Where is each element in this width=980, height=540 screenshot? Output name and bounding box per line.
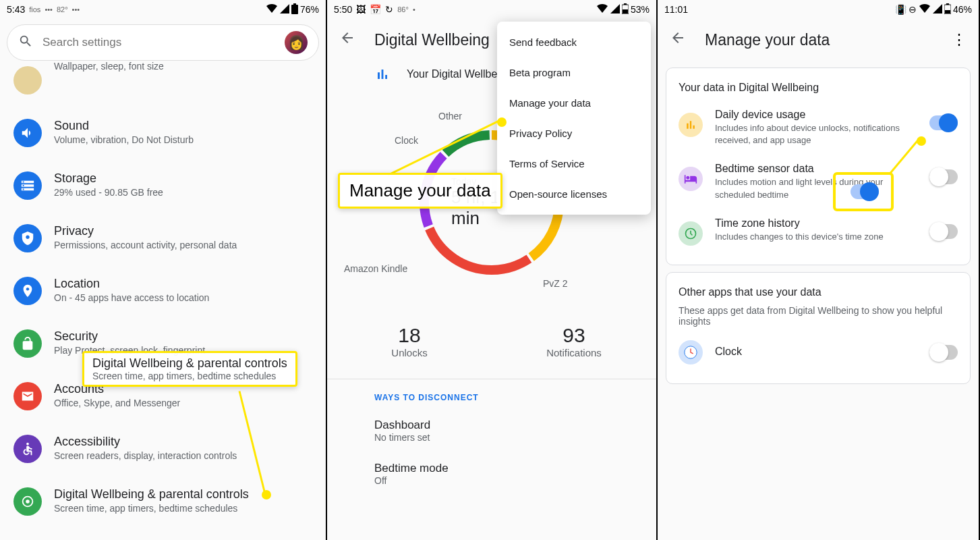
stat-notifications[interactable]: 93 Notifications <box>492 324 656 358</box>
row-bedtime-sensor: Bedtime sensor data Includes motion and … <box>666 155 970 209</box>
avatar[interactable]: 👩 <box>285 31 308 54</box>
search-bar[interactable]: 👩 <box>7 24 319 61</box>
svg-rect-14 <box>946 3 949 5</box>
status-time: 5:50 <box>334 4 352 15</box>
settings-item-accessibility[interactable]: Accessibility Screen readers, display, i… <box>8 423 318 475</box>
settings-item-wellbeing[interactable]: Digital Wellbeing & parental controls Sc… <box>8 475 318 528</box>
svg-rect-1 <box>293 3 296 5</box>
accounts-icon <box>13 382 42 410</box>
settings-subtitle: Permissions, account activity, personal … <box>54 240 312 250</box>
row-clock-app: Clock <box>666 332 970 373</box>
battery-icon <box>622 3 629 16</box>
menu-send-feedback[interactable]: Send feedback <box>497 27 651 57</box>
signal-icon <box>610 4 620 16</box>
status-dots: ••• <box>72 5 80 14</box>
menu-privacy-policy[interactable]: Privacy Policy <box>497 118 651 148</box>
settings-title: Privacy <box>54 224 312 238</box>
section-header: WAYS TO DISCONNECT <box>327 379 656 409</box>
status-time: 5:43 <box>7 4 25 15</box>
wifi-icon <box>266 4 278 16</box>
data-desc: Includes motion and light levels during … <box>715 176 917 200</box>
svg-point-4 <box>26 500 30 504</box>
status-dots: ••• <box>45 5 53 14</box>
battery-percent: 76% <box>300 4 319 15</box>
status-temp: 82° <box>57 5 68 14</box>
settings-title: Location <box>54 277 312 291</box>
data-title: Daily device usage <box>715 109 917 121</box>
settings-item-sound[interactable]: Sound Volume, vibration, Do Not Disturb <box>8 107 318 159</box>
location-icon <box>13 277 42 305</box>
status-temp: 86° <box>397 5 409 14</box>
battery-percent: 46% <box>953 4 972 15</box>
privacy-icon <box>13 224 42 252</box>
header: Manage your data ⋮ <box>658 19 979 61</box>
page-title: Digital Wellbeing <box>374 31 490 49</box>
battery-icon <box>291 3 298 16</box>
display-icon <box>13 66 42 94</box>
settings-title: Digital Wellbeing & parental controls <box>54 487 312 502</box>
manage-data-screen: 11:01 📳 ⊖ 46% Manage your data ⋮ Your da… <box>658 0 980 540</box>
data-title: Time zone history <box>715 217 917 230</box>
settings-item-accounts[interactable]: Accounts Office, Skype, and Messenger <box>8 370 318 423</box>
chart-label-clock: Clock <box>395 135 418 146</box>
status-indicator: fios <box>29 5 40 14</box>
row-daily-usage: Daily device usage Includes info about d… <box>666 101 970 155</box>
section-header: Your data in Digital Wellbeing <box>666 79 970 101</box>
svg-point-2 <box>26 443 29 446</box>
screenshot-icon: 🖼 <box>356 4 366 15</box>
data-section-other-apps: Other apps that use your data These apps… <box>666 272 971 384</box>
wellbeing-icon <box>13 487 42 516</box>
dashboard-item[interactable]: Dashboard No timers set <box>327 409 656 452</box>
menu-licenses[interactable]: Open-source licenses <box>497 179 651 209</box>
settings-title: Accessibility <box>54 435 312 449</box>
battery-percent: 53% <box>631 4 650 15</box>
data-desc: Includes info about device unlocks, noti… <box>715 122 917 146</box>
dnd-icon: ⊖ <box>909 4 917 15</box>
toggle-clock-app[interactable] <box>929 345 958 360</box>
wellbeing-screen: 5:50 🖼 📅 ↻ 86° • 53% Digital Wellbeing Y… <box>327 0 658 540</box>
settings-subtitle: Screen time, app timers, bedtime schedul… <box>54 503 312 514</box>
settings-item-privacy[interactable]: Privacy Permissions, account activity, p… <box>8 212 318 265</box>
bedtime-mode-item[interactable]: Bedtime mode Off <box>327 452 656 495</box>
menu-terms-service[interactable]: Terms of Service <box>497 148 651 179</box>
search-icon <box>18 34 33 51</box>
toggle-bedtime-sensor[interactable] <box>929 169 958 184</box>
settings-title: Sound <box>54 119 312 133</box>
bar-chart-icon <box>374 66 391 82</box>
search-input[interactable] <box>42 36 275 49</box>
status-bar: 5:50 🖼 📅 ↻ 86° • 53% <box>327 0 656 19</box>
clock-icon <box>679 221 703 246</box>
back-button[interactable] <box>339 30 355 50</box>
settings-item-display[interactable]: Wallpaper, sleep, font size <box>8 66 318 107</box>
status-dot: • <box>413 5 415 14</box>
bed-icon <box>679 167 703 191</box>
vibrate-icon: 📳 <box>895 4 906 15</box>
data-desc: Includes changes to this device's time z… <box>715 231 917 243</box>
settings-item-location[interactable]: Location On - 45 apps have access to loc… <box>8 265 318 317</box>
status-bar: 11:01 📳 ⊖ 46% <box>658 0 979 19</box>
sync-icon: ↻ <box>385 4 393 15</box>
settings-subtitle: 29% used - 90.85 GB free <box>54 187 312 198</box>
toggle-daily-usage[interactable] <box>929 115 958 130</box>
svg-rect-6 <box>623 9 628 14</box>
page-title: Manage your data <box>705 31 830 49</box>
back-button[interactable] <box>670 30 686 50</box>
settings-title: Storage <box>54 171 312 186</box>
svg-rect-13 <box>945 10 950 14</box>
settings-title: Security <box>54 329 312 344</box>
security-icon <box>13 329 42 358</box>
row-timezone: Time zone history Includes changes to th… <box>666 209 970 254</box>
clock-app-icon <box>679 340 703 364</box>
settings-item-security[interactable]: Security Play Protect, screen lock, fing… <box>8 317 318 370</box>
settings-subtitle: Screen readers, display, interaction con… <box>54 450 312 461</box>
calendar-icon: 📅 <box>370 4 381 15</box>
settings-item-storage[interactable]: Storage 29% used - 90.85 GB free <box>8 159 318 212</box>
stats-row: 18 Unlocks 93 Notifications <box>327 317 656 379</box>
toggle-timezone[interactable] <box>929 224 958 239</box>
sound-icon <box>13 119 42 147</box>
settings-subtitle: Play Protect, screen lock, fingerprint <box>54 345 312 356</box>
menu-manage-data[interactable]: Manage your data <box>497 88 651 118</box>
menu-beta-program[interactable]: Beta program <box>497 57 651 88</box>
more-button[interactable]: ⋮ <box>952 31 967 49</box>
stat-unlocks[interactable]: 18 Unlocks <box>327 324 492 358</box>
